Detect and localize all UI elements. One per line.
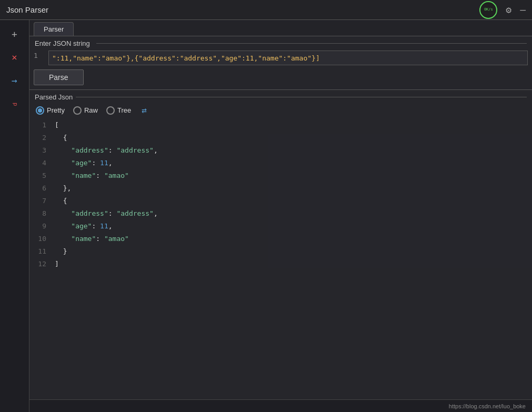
minimize-icon[interactable]: — — [520, 4, 526, 15]
parsed-header-divider — [76, 97, 527, 97]
code-line: 4 "age": 11, — [29, 158, 532, 171]
code-line: 6 }, — [29, 184, 532, 196]
speed-indicator: 0K/s — [479, 1, 497, 19]
json-input-area: 1 — [29, 48, 532, 67]
title-bar: Json Parser 0K/s ⚙ — — [0, 0, 532, 20]
code-line: 2 { — [29, 133, 532, 146]
line-number: 7 — [29, 197, 55, 205]
code-line: 12] — [29, 259, 532, 272]
line-content: "age": 11, — [55, 222, 113, 230]
title-bar-left: Json Parser — [6, 5, 48, 14]
parse-button[interactable]: Parse — [34, 69, 84, 85]
footer-url: https://blog.csdn.net/luo_boke — [449, 403, 526, 409]
pretty-radio[interactable]: Pretty — [36, 106, 65, 115]
sidebar: + × → d — [0, 20, 29, 412]
sidebar-arrow-button[interactable]: → — [5, 71, 24, 89]
code-display[interactable]: 1[2 {3 "address": "address",4 "age": 11,… — [29, 118, 532, 399]
tree-radio-label: Tree — [117, 106, 131, 114]
main-content: Parser Enter JSON string 1 Parse Parsed … — [29, 20, 532, 412]
line-content: "name": "amao" — [55, 172, 129, 179]
line-content: "address": "address", — [55, 146, 158, 154]
tab-bar: Parser — [29, 20, 532, 36]
raw-radio[interactable]: Raw — [73, 106, 98, 115]
line-number: 9 — [29, 222, 55, 230]
pretty-radio-circle[interactable] — [36, 106, 44, 115]
parsed-section: Parsed Json Pretty Raw Tree — [29, 90, 532, 399]
parser-tab[interactable]: Parser — [34, 22, 74, 36]
parsed-header: Parsed Json — [29, 90, 532, 103]
app-container: Json Parser 0K/s ⚙ — + × → d — [0, 0, 532, 412]
line-number: 5 — [29, 172, 55, 179]
line-number: 1 — [29, 121, 55, 129]
input-line-number: 1 — [34, 51, 44, 59]
line-number: 11 — [29, 247, 55, 255]
main-layout: + × → d Parser Enter JSON s — [0, 20, 532, 412]
line-content: "address": "address", — [55, 209, 158, 217]
sidebar-vertical-label: d — [12, 98, 18, 108]
line-number: 10 — [29, 235, 55, 243]
tree-radio-circle[interactable] — [106, 106, 115, 115]
line-content: "age": 11, — [55, 159, 113, 167]
line-content: { — [55, 197, 67, 205]
parsed-title: Parsed Json — [35, 93, 73, 101]
code-line: 11 } — [29, 247, 532, 259]
app-title: Json Parser — [6, 5, 48, 14]
code-line: 3 "address": "address", — [29, 146, 532, 158]
code-line: 7 { — [29, 196, 532, 209]
input-section: Enter JSON string 1 Parse — [29, 36, 532, 90]
line-number: 2 — [29, 134, 55, 142]
sidebar-add-button[interactable]: + — [5, 24, 24, 43]
code-line: 10 "name": "amao" — [29, 234, 532, 247]
line-number: 4 — [29, 159, 55, 167]
line-content: [ — [55, 121, 59, 129]
tree-radio[interactable]: Tree — [106, 106, 131, 115]
footer: https://blog.csdn.net/luo_boke — [29, 399, 532, 412]
speed-text: 0K/s — [484, 8, 493, 12]
line-number: 8 — [29, 209, 55, 217]
line-content: "name": "amao" — [55, 235, 129, 243]
code-line: 8 "address": "address", — [29, 209, 532, 222]
line-content: { — [55, 134, 67, 142]
format-icon[interactable]: ⇄ — [142, 105, 147, 115]
section-divider — [96, 43, 527, 44]
code-line: 5 "name": "amao" — [29, 171, 532, 184]
view-mode-radio-group: Pretty Raw Tree ⇄ — [29, 103, 532, 118]
input-section-legend: Enter JSON string — [29, 36, 532, 48]
code-line: 9 "age": 11, — [29, 222, 532, 234]
title-bar-right: 0K/s ⚙ — — [479, 1, 526, 19]
json-input-field[interactable] — [48, 51, 528, 65]
raw-radio-label: Raw — [84, 106, 98, 114]
code-line: 1[ — [29, 120, 532, 133]
pretty-radio-label: Pretty — [47, 106, 65, 114]
line-content: ] — [55, 260, 59, 268]
line-number: 12 — [29, 260, 55, 268]
line-number: 3 — [29, 146, 55, 154]
raw-radio-circle[interactable] — [73, 106, 82, 115]
gear-icon[interactable]: ⚙ — [506, 4, 511, 15]
sidebar-close-button[interactable]: × — [5, 47, 24, 66]
line-number: 6 — [29, 184, 55, 192]
line-content: }, — [55, 184, 71, 192]
line-content: } — [55, 247, 67, 255]
